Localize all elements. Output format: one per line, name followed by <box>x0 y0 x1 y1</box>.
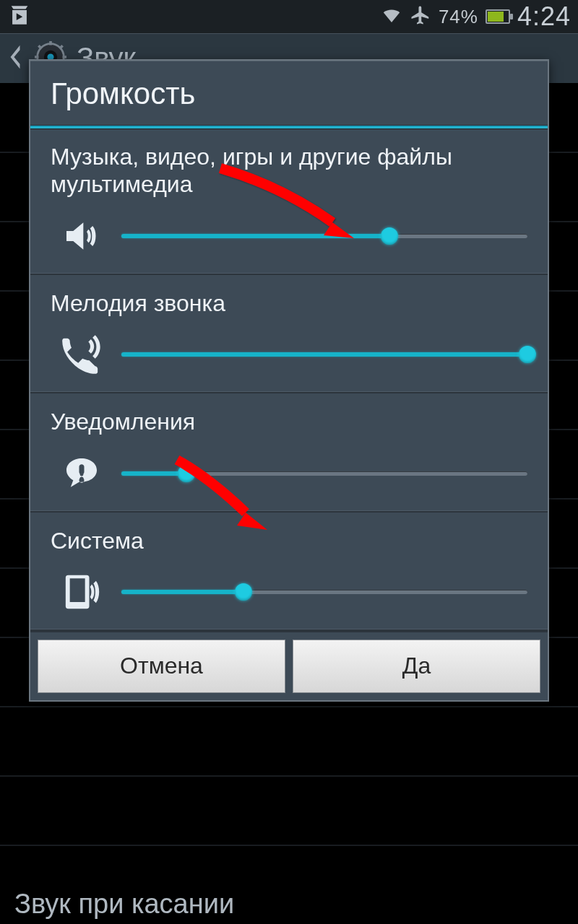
system-volume-section: Система <box>30 513 548 631</box>
svg-rect-12 <box>80 470 84 476</box>
ok-button[interactable]: Да <box>293 640 540 693</box>
cancel-button[interactable]: Отмена <box>38 640 285 693</box>
media-volume-section: Музыка, видео, игры и другие файлы мульт… <box>30 128 548 275</box>
dialog-button-bar: Отмена Да <box>30 631 548 700</box>
media-volume-label: Музыка, видео, игры и другие файлы мульт… <box>51 143 527 199</box>
notification-volume-slider[interactable] <box>121 463 527 484</box>
notification-icon <box>56 453 107 494</box>
ringtone-volume-section: Мелодия звонка <box>30 275 548 393</box>
system-volume-slider[interactable] <box>121 581 527 603</box>
notification-volume-label: Уведомления <box>51 408 527 435</box>
media-volume-slider[interactable] <box>121 225 527 247</box>
svg-point-13 <box>79 476 83 480</box>
ringtone-volume-label: Мелодия звонка <box>51 289 527 317</box>
volume-dialog: Громкость Музыка, видео, игры и другие ф… <box>29 59 549 702</box>
phone-ring-icon <box>56 334 107 375</box>
speaker-icon <box>56 216 107 256</box>
svg-point-11 <box>79 466 83 470</box>
device-sound-icon <box>56 572 107 612</box>
dialog-title: Громкость <box>30 61 548 126</box>
system-volume-label: Система <box>51 527 527 554</box>
notification-volume-section: Уведомления <box>30 393 548 512</box>
ringtone-volume-slider[interactable] <box>121 344 527 365</box>
